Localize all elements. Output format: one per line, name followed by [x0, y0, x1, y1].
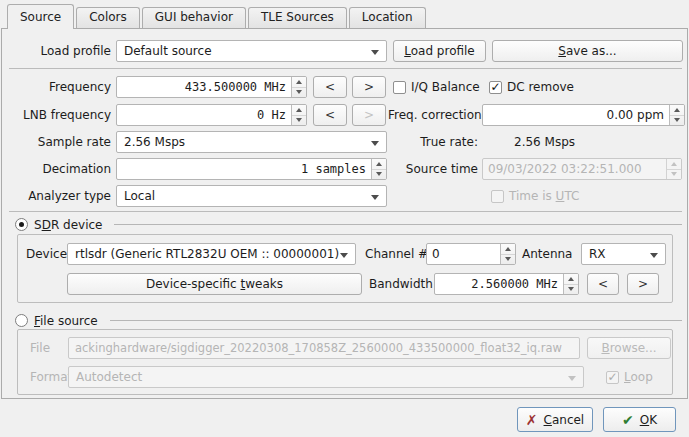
spin-down-icon [667, 170, 681, 180]
spin-up-icon[interactable] [292, 77, 306, 88]
decimation-spinner[interactable] [371, 159, 386, 179]
spin-down-icon[interactable] [292, 88, 306, 98]
separator [9, 68, 682, 69]
dc-remove-checkbox-row[interactable]: ✓ DC remove [489, 76, 574, 98]
device-combobox[interactable]: rtlsdr (Generic RTL2832U OEM :: 00000001… [67, 243, 356, 265]
analyzer-type-value: Local [124, 189, 155, 203]
analyzer-type-combobox[interactable]: Local [116, 185, 387, 207]
source-time-value: 09/03/2022 03:22:51.000 [483, 159, 666, 179]
tab-tle-sources[interactable]: TLE Sources [248, 7, 347, 28]
device-label: Device [26, 243, 62, 265]
file-source-radio[interactable] [15, 314, 28, 327]
decimation-spinbox[interactable]: 1 samples [116, 158, 387, 180]
lnb-row: LNB frequency 0 Hz < > Freq. correction … [2, 104, 687, 127]
file-source-radio-label: File source [34, 314, 98, 328]
spin-up-icon[interactable] [292, 105, 306, 116]
profile-combobox-value: Default source [124, 44, 212, 58]
bandwidth-label: Bandwidth [369, 273, 433, 295]
cancel-button-label: Cancel [544, 413, 585, 427]
tab-gui-behavior[interactable]: GUI behavior [142, 7, 246, 28]
antenna-label: Antenna [522, 243, 572, 265]
sample-rate-label: Sample rate [2, 131, 111, 153]
source-time-field: 09/03/2022 03:22:51.000 [482, 158, 682, 180]
lnb-frequency-spinbox[interactable]: 0 Hz [116, 104, 307, 126]
loop-checkbox: ✓ [606, 371, 619, 384]
save-as-button-label: Save as... [558, 41, 616, 61]
spin-up-icon[interactable] [501, 244, 515, 255]
decimation-label: Decimation [2, 158, 111, 180]
sdr-device-radio[interactable] [15, 218, 28, 231]
bandwidth-decrease-button[interactable]: < [587, 273, 619, 295]
spin-up-icon[interactable] [564, 274, 578, 285]
format-label: Format [30, 366, 72, 388]
sample-rate-combobox[interactable]: 2.56 Msps [116, 131, 387, 153]
save-as-button[interactable]: Save as... [492, 40, 683, 62]
freq-correction-spinner[interactable] [669, 105, 684, 125]
freq-correction-label: Freq. correction [388, 104, 478, 126]
cancel-button[interactable]: ✗ Cancel [517, 407, 593, 432]
time-is-utc-checkbox [491, 190, 504, 203]
tweaks-button-label: Device-specific tweaks [146, 274, 283, 294]
spin-down-icon[interactable] [564, 285, 578, 295]
ok-button[interactable]: ✔ OK [603, 407, 676, 432]
spin-down-icon[interactable] [292, 116, 306, 126]
dc-remove-checkbox[interactable]: ✓ [489, 81, 502, 94]
source-time-label: Source time [388, 158, 478, 180]
file-row: File ackinghardware/sigdigger_20220308_1… [18, 337, 672, 360]
iq-balance-checkbox-row[interactable]: I/Q Balance [393, 76, 480, 98]
spin-down-icon[interactable] [670, 116, 684, 126]
freq-correction-spinbox[interactable]: 0.00 ppm [482, 104, 685, 126]
bandwidth-spinner[interactable] [563, 274, 578, 294]
format-value: Autodetect [76, 370, 142, 384]
iq-balance-checkbox[interactable] [393, 81, 406, 94]
antenna-combobox[interactable]: RX [581, 243, 666, 265]
profile-combobox[interactable]: Default source [116, 40, 387, 62]
section-rule [110, 320, 682, 321]
chevron-down-icon [650, 253, 658, 258]
lnb-decrease-button[interactable]: < [313, 104, 347, 126]
source-time-spinner [666, 159, 681, 179]
tab-location[interactable]: Location [349, 7, 426, 28]
bandwidth-spinbox[interactable]: 2.560000 MHz [434, 273, 579, 295]
load-profile-button[interactable]: Load profile [393, 40, 486, 62]
loop-label: Loop [624, 370, 653, 384]
chevron-down-icon [568, 376, 576, 381]
lnb-increase-button: > [352, 104, 386, 126]
true-rate-label: True rate: [388, 131, 478, 153]
lnb-spinner[interactable] [291, 105, 306, 125]
channel-spinbox[interactable]: 0 [426, 243, 516, 265]
ok-check-icon: ✔ [622, 413, 634, 427]
lnb-frequency-value: 0 Hz [117, 105, 291, 125]
spin-down-icon[interactable] [372, 170, 386, 180]
chevron-down-icon [371, 141, 379, 146]
channel-spinner[interactable] [500, 244, 515, 264]
chevron-down-icon [340, 253, 348, 258]
chevron-down-icon [371, 195, 379, 200]
sdr-device-group: Device rtlsdr (Generic RTL2832U OEM :: 0… [17, 234, 673, 303]
spin-up-icon [667, 159, 681, 170]
dc-remove-label: DC remove [507, 80, 574, 94]
check-icon: ✓ [607, 372, 617, 382]
button-box: ✗ Cancel ✔ OK [0, 399, 689, 437]
lnb-frequency-label: LNB frequency [2, 104, 111, 126]
device-specific-tweaks-button[interactable]: Device-specific tweaks [67, 273, 362, 295]
tab-colors[interactable]: Colors [76, 7, 140, 28]
file-path-field: ackinghardware/sigdigger_20220308_170858… [68, 337, 580, 359]
frequency-spinner[interactable] [291, 77, 306, 97]
iq-balance-label: I/Q Balance [411, 80, 480, 94]
frequency-decrease-button[interactable]: < [313, 76, 347, 98]
file-source-group: File ackinghardware/sigdigger_20220308_1… [17, 329, 673, 395]
bandwidth-increase-button[interactable]: > [627, 273, 659, 295]
file-path-value: ackinghardware/sigdigger_20220308_170858… [75, 341, 562, 355]
spin-up-icon[interactable] [372, 159, 386, 170]
frequency-increase-button[interactable]: > [352, 76, 386, 98]
time-is-utc-checkbox-row: Time is UTC [491, 185, 579, 207]
format-row: Format Autodetect ✓ Loop [18, 366, 672, 389]
file-source-radio-row[interactable]: File source [15, 313, 682, 328]
tweaks-row: Device-specific tweaks Bandwidth 2.56000… [18, 273, 672, 296]
spin-up-icon[interactable] [670, 105, 684, 116]
sdr-device-radio-row[interactable]: SDR device [15, 217, 682, 232]
tab-source[interactable]: Source [7, 4, 74, 29]
spin-down-icon[interactable] [501, 255, 515, 265]
frequency-spinbox[interactable]: 433.500000 MHz [116, 76, 307, 98]
